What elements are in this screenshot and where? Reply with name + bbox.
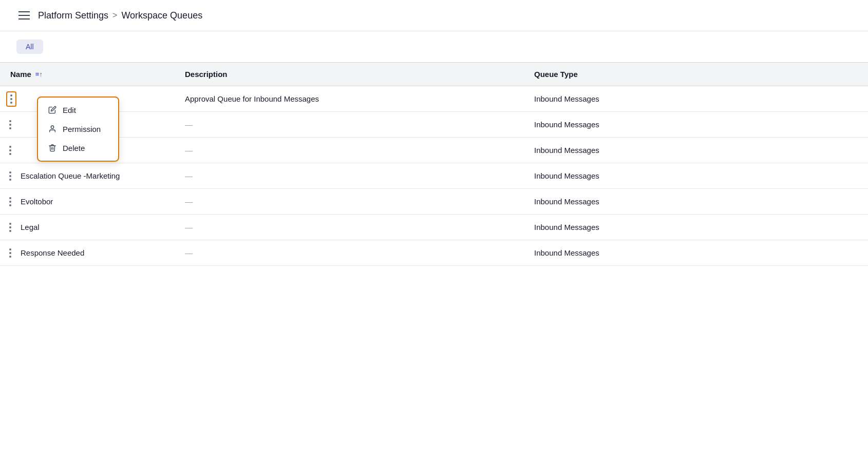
row-actions-button[interactable]: [6, 221, 14, 234]
hamburger-menu[interactable]: [16, 9, 32, 22]
table-header-row: Name ≡↑ Description Queue Type: [0, 63, 868, 86]
context-menu: Edit Permission Delete: [37, 96, 119, 162]
context-menu-edit[interactable]: Edit: [38, 101, 118, 120]
breadcrumb-separator: >: [112, 11, 117, 20]
row-actions-button[interactable]: [6, 144, 14, 157]
delete-icon: [48, 144, 56, 152]
column-header-name: Name ≡↑: [0, 63, 175, 86]
table-row: Edit Permission DeleteApproval Queue for…: [0, 86, 868, 112]
row-queue-type: Inbound Messages: [524, 215, 868, 240]
row-name-text: Evoltobor: [18, 197, 53, 206]
row-name-cell: Evoltobor: [0, 189, 175, 215]
breadcrumb-platform-settings: Platform Settings: [38, 10, 108, 21]
filters-bar: All: [0, 31, 868, 62]
row-queue-type: Inbound Messages: [524, 138, 868, 163]
row-actions-button[interactable]: [6, 118, 14, 131]
row-description: —: [175, 163, 524, 189]
table-row: Escalation Queue -Marketing—Inbound Mess…: [0, 163, 868, 189]
filter-all-button[interactable]: All: [16, 40, 43, 54]
breadcrumb: Platform Settings > Workspace Queues: [38, 10, 202, 21]
row-name-cell: Response Needed: [0, 240, 175, 266]
row-description: —: [175, 112, 524, 138]
page-header: Platform Settings > Workspace Queues: [0, 0, 868, 31]
context-menu-delete[interactable]: Delete: [38, 139, 118, 158]
row-description: —: [175, 138, 524, 163]
row-description: —: [175, 240, 524, 266]
delete-label: Delete: [63, 144, 85, 152]
edit-icon: [48, 106, 56, 114]
row-name-cell: Legal: [0, 215, 175, 240]
row-actions-button[interactable]: [6, 91, 16, 107]
row-queue-type: Inbound Messages: [524, 189, 868, 215]
svg-point-0: [51, 126, 53, 128]
row-name-text: Legal: [18, 223, 40, 231]
table-row: Legal—Inbound Messages: [0, 215, 868, 240]
table-row: Response Needed—Inbound Messages: [0, 240, 868, 266]
queue-table-container: Name ≡↑ Description Queue Type Edit: [0, 62, 868, 266]
column-header-queue-type: Queue Type: [524, 63, 868, 86]
permission-icon: [48, 125, 56, 133]
row-actions-button[interactable]: [6, 195, 14, 208]
column-header-description: Description: [175, 63, 524, 86]
row-description: —: [175, 215, 524, 240]
row-actions-button[interactable]: [6, 246, 14, 260]
edit-label: Edit: [63, 106, 76, 114]
queue-table: Name ≡↑ Description Queue Type Edit: [0, 63, 868, 266]
row-description: —: [175, 189, 524, 215]
row-queue-type: Inbound Messages: [524, 86, 868, 112]
row-queue-type: Inbound Messages: [524, 112, 868, 138]
table-row: —Inbound Messages: [0, 138, 868, 163]
context-menu-permission[interactable]: Permission: [38, 120, 118, 139]
column-name-label: Name: [10, 70, 31, 79]
row-name-cell: Edit Permission Delete: [0, 86, 175, 112]
row-name-text: Response Needed: [18, 248, 84, 257]
row-description: Approval Queue for Inbound Messages: [175, 86, 524, 112]
permission-label: Permission: [63, 125, 101, 133]
row-queue-type: Inbound Messages: [524, 240, 868, 266]
row-name-cell: Escalation Queue -Marketing: [0, 163, 175, 189]
table-row: Evoltobor—Inbound Messages: [0, 189, 868, 215]
sort-icon[interactable]: ≡↑: [35, 70, 43, 78]
row-actions-button[interactable]: [6, 169, 14, 183]
row-queue-type: Inbound Messages: [524, 163, 868, 189]
table-row: —Inbound Messages: [0, 112, 868, 138]
row-name-text: Escalation Queue -Marketing: [18, 171, 120, 180]
breadcrumb-workspace-queues: Workspace Queues: [121, 10, 202, 21]
